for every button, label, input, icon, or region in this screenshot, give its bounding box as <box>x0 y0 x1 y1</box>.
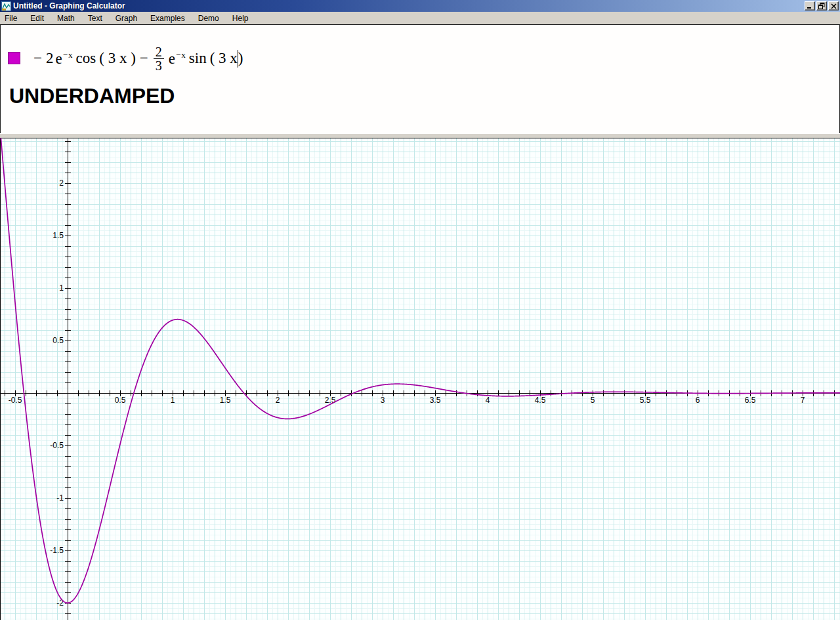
x-tick-label: 5 <box>591 396 595 405</box>
x-tick-label: -0.5 <box>9 396 22 405</box>
window-title: Untitled - Graphing Calculator <box>13 1 125 10</box>
app-icon <box>1 1 11 11</box>
plot-canvas: -0.50.511.522.533.544.555.566.5721.510.5… <box>0 138 840 620</box>
x-tick-label: 3 <box>381 396 385 405</box>
x-tick-label: 1.5 <box>220 396 231 405</box>
menu-help[interactable]: Help <box>228 13 253 24</box>
fraction: 2 3 <box>154 45 164 72</box>
exponent: −x <box>63 50 74 60</box>
menu-examples[interactable]: Examples <box>146 13 190 24</box>
y-tick-label: -1 <box>56 493 64 503</box>
minimize-button[interactable] <box>805 1 815 10</box>
x-tick-label: 4.5 <box>535 396 546 405</box>
axis-ticks <box>5 142 835 614</box>
menu-text[interactable]: Text <box>83 13 107 24</box>
x-tick-label: 2 <box>276 396 280 405</box>
x-tick-label: 1 <box>171 396 175 405</box>
restore-icon <box>818 3 825 9</box>
app-window: Untitled - Graphing Calculator File Edit… <box>0 0 840 620</box>
exp-base: e−x <box>55 50 73 68</box>
fraction-denominator: 3 <box>154 58 164 72</box>
function-curve <box>1 138 840 603</box>
menubar: File Edit Math Text Graph Examples Demo … <box>0 12 840 25</box>
cos-function: cos <box>76 50 96 67</box>
x-tick-label: 5.5 <box>640 396 651 405</box>
cos-argument: ( 3 x ) <box>99 50 136 67</box>
window-controls <box>805 1 839 10</box>
titlebar: Untitled - Graphing Calculator <box>0 0 840 12</box>
x-tick-label: 6.5 <box>745 396 756 405</box>
menu-math[interactable]: Math <box>52 13 79 24</box>
caption-underdamped[interactable]: UNDERDAMPED <box>9 84 175 108</box>
y-tick-label: 1 <box>59 283 64 293</box>
y-tick-label: 2 <box>59 178 64 188</box>
axes <box>0 138 840 620</box>
panel-splitter[interactable] <box>0 133 840 138</box>
sin-argument: ( 3 x <box>210 50 238 67</box>
close-paren: ) <box>238 50 243 67</box>
exponent-2: −x <box>176 50 186 60</box>
y-tick-label: -2 <box>56 598 64 608</box>
menu-graph[interactable]: Graph <box>111 13 142 24</box>
menu-edit[interactable]: Edit <box>26 13 49 24</box>
y-tick-label: 0.5 <box>52 336 64 345</box>
minimize-icon <box>807 3 813 9</box>
equation-panel[interactable]: − 2 e−x cos ( 3 x ) − 2 3 e−x sin ( 3 x … <box>0 24 840 134</box>
exp-base-2: e−x <box>169 50 186 68</box>
minus-sign-2: − <box>140 50 148 67</box>
minus-sign: − <box>33 50 42 67</box>
graph-area[interactable]: -0.50.511.522.533.544.555.566.5721.510.5… <box>0 138 840 620</box>
graph-frame <box>0 138 840 620</box>
y-tick-label: -1.5 <box>50 546 64 555</box>
curve-color-swatch[interactable] <box>8 52 20 64</box>
coefficient: 2 <box>46 50 54 67</box>
equation-line[interactable]: − 2 e−x cos ( 3 x ) − 2 3 e−x sin ( 3 x … <box>30 39 243 77</box>
x-tick-label: 2.5 <box>325 396 336 405</box>
x-tick-label: 0.5 <box>115 396 126 405</box>
y-tick-label: 1.5 <box>52 231 64 240</box>
close-icon <box>831 3 837 9</box>
fraction-numerator: 2 <box>154 45 164 58</box>
y-tick-label: -0.5 <box>50 441 64 450</box>
x-tick-label: 7 <box>801 396 805 405</box>
menu-file[interactable]: File <box>0 13 22 24</box>
x-tick-label: 3.5 <box>430 396 441 405</box>
menu-demo[interactable]: Demo <box>194 13 224 24</box>
sin-function: sin <box>189 50 207 67</box>
restore-button[interactable] <box>816 1 827 10</box>
x-tick-label: 4 <box>486 396 490 405</box>
close-button[interactable] <box>828 1 839 10</box>
x-tick-label: 6 <box>696 396 700 405</box>
